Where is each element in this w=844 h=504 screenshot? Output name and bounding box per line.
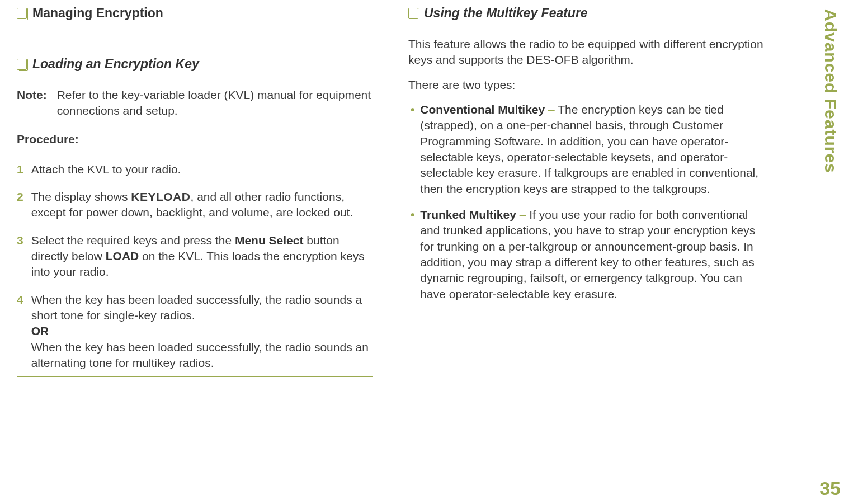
- text-fragment: When the key has been loaded successfull…: [31, 293, 362, 322]
- step-4: 4 When the key has been loaded successfu…: [17, 286, 373, 378]
- left-column: Managing Encryption Loading an Encryptio…: [17, 6, 375, 377]
- procedure-label: Procedure:: [17, 133, 375, 146]
- book-icon: [17, 59, 27, 70]
- page-number: 35: [819, 478, 841, 500]
- note-label: Note:: [17, 87, 47, 119]
- step-text: When the key has been loaded successfull…: [31, 292, 373, 371]
- bold-text: OR: [31, 324, 49, 337]
- bullet-item: • Trunked Multikey – If you use your rad…: [408, 207, 766, 302]
- bullet-item: • Conventional Multikey – The encryption…: [408, 102, 766, 197]
- note-text: Refer to the key-variable loader (KVL) m…: [57, 87, 375, 119]
- step-number: 3: [17, 233, 23, 280]
- step-number: 1: [17, 162, 23, 177]
- bold-text: Menu Select: [235, 234, 304, 247]
- step-text: Attach the KVL to your radio.: [31, 162, 181, 177]
- page-body: Managing Encryption Loading an Encryptio…: [0, 0, 844, 383]
- paragraph: This feature allows the radio to be equi…: [408, 36, 766, 68]
- note-block: Note: Refer to the key-variable loader (…: [17, 87, 375, 119]
- side-tab: Advanced Features: [817, 0, 844, 504]
- code-text: KEYLOAD: [131, 190, 190, 203]
- paragraph: There are two types:: [408, 77, 766, 93]
- step-text: The display shows KEYLOAD, and all other…: [31, 189, 373, 221]
- text-fragment: The display shows: [31, 190, 131, 203]
- side-label: Advanced Features: [821, 9, 840, 173]
- bullet-title: Trunked Multikey: [420, 208, 516, 221]
- book-icon: [408, 8, 418, 19]
- bullet-text: If you use your radio for both conventio…: [420, 208, 755, 300]
- dash: –: [516, 208, 529, 221]
- step-text: Select the required keys and press the M…: [31, 233, 373, 280]
- bullet-dot-icon: •: [411, 207, 414, 302]
- bullet-body: Trunked Multikey – If you use your radio…: [420, 207, 766, 302]
- text-fragment: Select the required keys and press the: [31, 234, 235, 247]
- section-title: Managing Encryption: [32, 6, 163, 21]
- step-3: 3 Select the required keys and press the…: [17, 227, 373, 286]
- step-number: 2: [17, 189, 23, 221]
- bold-text: LOAD: [106, 249, 139, 262]
- section-heading-row: Managing Encryption: [17, 6, 375, 21]
- bullet-body: Conventional Multikey – The encryption k…: [420, 102, 766, 197]
- bullet-text: The encryption keys can be tied (strappe…: [420, 103, 758, 195]
- subsection-title: Using the Multikey Feature: [424, 6, 588, 21]
- subsection-title: Loading an Encryption Key: [32, 56, 199, 72]
- step-2: 2 The display shows KEYLOAD, and all oth…: [17, 183, 373, 227]
- step-number: 4: [17, 292, 23, 371]
- right-column: Using the Multikey Feature This feature …: [408, 6, 766, 377]
- subsection-heading-row: Loading an Encryption Key: [17, 56, 375, 72]
- bullet-title: Conventional Multikey: [420, 103, 545, 116]
- dash: –: [545, 103, 558, 116]
- bullet-dot-icon: •: [411, 102, 414, 197]
- book-icon: [17, 8, 27, 19]
- step-1: 1 Attach the KVL to your radio.: [17, 156, 373, 183]
- subsection-heading-row: Using the Multikey Feature: [408, 6, 766, 21]
- text-fragment: When the key has been loaded successfull…: [31, 341, 369, 369]
